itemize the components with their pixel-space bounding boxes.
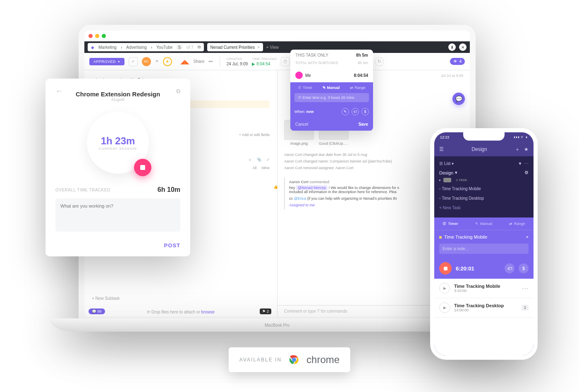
phone-active-task[interactable]: Time Tracking Mobile × [434,230,534,244]
task-toolbar: APPROVED ✓ NC ⚑ ★ ◢◣ Share ••• CREATED 2… [84,53,470,70]
open-external-icon[interactable]: ⧉ [176,88,180,95]
stop-timer-button[interactable] [134,159,151,176]
tag-icon[interactable]: 🏷 [352,108,359,115]
breadcrumb[interactable]: ◆ Marketing› Advertising› YouTube 5 of 7… [88,43,204,51]
view-tab-bar: ◆ Marketing› Advertising› YouTube 5 of 7… [84,41,470,53]
play-icon[interactable]: ▶ [439,283,450,294]
time-entry-row[interactable]: ▶ Time Tracking Mobile 3:10:00 ⋯ [434,279,534,298]
phone-list-area: ☰ List ▾ ▼ ⋯ Design ▾ ⚙ ▸ 1 TASK ▫ Time … [434,156,534,218]
clip-icon[interactable]: 📎 [257,158,261,162]
billable-icon[interactable]: $ [519,263,529,273]
right-counter-badge[interactable]: ⚑ 2 [260,308,271,314]
assignee-avatar[interactable]: NC [142,57,151,66]
gitlab-icon[interactable]: ◢◣ [180,58,189,65]
available-in-label: AVAILABLE IN [239,357,282,363]
bookmark-icon[interactable]: ★ [163,57,172,66]
list-section-header[interactable]: Design ▾ ⚙ [439,170,529,175]
thumb-up-icon[interactable]: 👍 [273,185,278,189]
overall-value: 6h 10m [158,186,180,194]
phone-tab-manual[interactable]: ✎ Manual [475,222,493,226]
stop-button[interactable] [439,262,452,275]
add-view-button[interactable]: + View [266,45,279,50]
laptop-brand: MacBook Pro [265,323,290,327]
mention[interactable]: @Nenad Mercep [296,185,328,190]
star-icon[interactable]: ★ [524,146,529,152]
extension-title: Chrome Extension Redesign [55,91,180,98]
popover-tab-range[interactable]: ⇄ Range [350,86,366,90]
complete-checkbox[interactable]: ✓ [129,57,138,66]
time-entry-row[interactable]: ▶ Time Tracking Desktop 14:00:00 2 [434,298,534,318]
list-item[interactable]: ▫ Time Tracking Desktop [439,194,529,203]
share-button[interactable]: Share [194,59,205,64]
new-subtask-button[interactable]: + New Subtask [92,294,270,303]
maximize-dot[interactable] [102,34,106,38]
group-status-pill[interactable] [443,178,451,182]
popover-cancel[interactable]: Cancel [295,122,308,127]
popover-editor: ⏱ Timer ✎ Manual ⇄ Range ⏱ Enter time e.… [290,82,373,131]
popover-me-row: Me 8:04:54 [290,68,373,82]
watchers-badge[interactable]: 👁 4 [450,58,465,65]
tracked-block[interactable]: TIME TRACKED ▶ 8:04:54 [252,57,276,66]
recurring-icon[interactable]: ↻ [375,57,384,66]
session-timer: 1h 23m CURRENT SESSION [87,112,149,174]
browse-link[interactable]: browse [201,310,215,314]
filter-all[interactable]: All [252,166,256,170]
attachment-dropzone[interactable]: ⟳ Drop files here to attach or browse [92,307,270,317]
mention[interactable]: @Erica [294,196,306,201]
phone-tab-timer[interactable]: ⏱ Timer [443,222,458,226]
clear-task-icon[interactable]: × [526,234,529,239]
close-icon[interactable]: × [257,45,260,50]
note-icon[interactable]: ✎ [342,108,349,115]
estimate-icon[interactable]: ⏱ [281,57,290,66]
play-icon[interactable]: ▶ [439,302,450,313]
tag-icon[interactable]: 🏷 [505,263,514,273]
back-arrow-icon[interactable]: ← [55,87,63,96]
more-icon[interactable]: ••• [208,59,213,64]
breadcrumb-of: of 7 [185,45,195,50]
priority-flag-icon[interactable]: ⚑ [155,59,159,64]
minimize-dot[interactable] [95,34,99,38]
filter-icon[interactable]: ▼ [518,161,522,166]
phone-clock: 12:22 [440,135,450,139]
close-dot[interactable] [89,34,93,38]
popover-time-input[interactable]: ⏱ Enter time e.g. 3 hours 20 mins [294,93,369,102]
close-panel-icon[interactable]: ✕ [459,43,467,51]
popover-save[interactable]: Save [359,122,368,127]
tab-label: Nenad Current Priorities [211,45,255,50]
note-textarea[interactable] [55,198,180,232]
open-icon[interactable]: ⧉ [198,45,201,50]
collapse-icon[interactable]: ▸ [439,178,441,182]
avatar [295,72,303,79]
phone-title: Design [471,146,487,152]
popover-tab-manual[interactable]: ✎ Manual [323,86,340,90]
billable-icon[interactable]: $ [361,108,369,115]
phone-note-input[interactable] [439,244,529,254]
more-icon[interactable]: ⋯ [522,284,529,292]
expand-icon[interactable]: ⤢ [266,158,270,162]
entry-count-badge: 2 [522,305,529,311]
phone-timer-panel: ⏱ Timer ✎ Manual ⇄ Range Time Tracking M… [434,218,534,279]
new-task-button[interactable]: + New Task [439,203,529,213]
filter-mine[interactable]: Mine [261,166,270,170]
svg-point-3 [293,359,296,361]
extension-task-id: #1cgv6f [55,98,180,102]
status-pill[interactable]: APPROVED [89,58,124,65]
phone-screen: 12:22 ▮▮▮ ᯤ ▮ ☰ Design ＋★ ☰ List ▾ ▼ ⋯ D… [434,132,534,356]
list-item[interactable]: ▫ Time Tracking Mobile [439,184,529,194]
popover-tab-timer[interactable]: ⏱ Timer [298,86,312,90]
menu-icon[interactable]: ☰ [439,146,444,152]
chat-fab[interactable]: 💬 [452,93,465,105]
phone-tab-range[interactable]: ⇄ Range [509,222,525,226]
gear-icon[interactable]: ⚙ [524,170,529,175]
download-icon[interactable]: ⬇ [448,43,456,51]
smile-icon[interactable]: ☺ [248,158,252,162]
task-timestamp: Jul 24 at 9:09 [441,74,463,78]
phone-status-icons: ▮▮▮ ᯤ ▮ [514,135,528,139]
more-icon[interactable]: ⋯ [524,161,529,166]
post-button[interactable]: POST [164,242,180,249]
time-tracking-popover: THIS TASK ONLY 8h 5m TOTAL WITH SUBTASKS… [290,50,373,131]
comment-count-badge[interactable]: 💬 99 [89,308,105,314]
tab-priorities[interactable]: Nenad Current Priorities × [207,43,263,51]
view-switcher[interactable]: ☰ List ▾ [439,161,454,166]
add-icon[interactable]: ＋ [515,146,520,153]
